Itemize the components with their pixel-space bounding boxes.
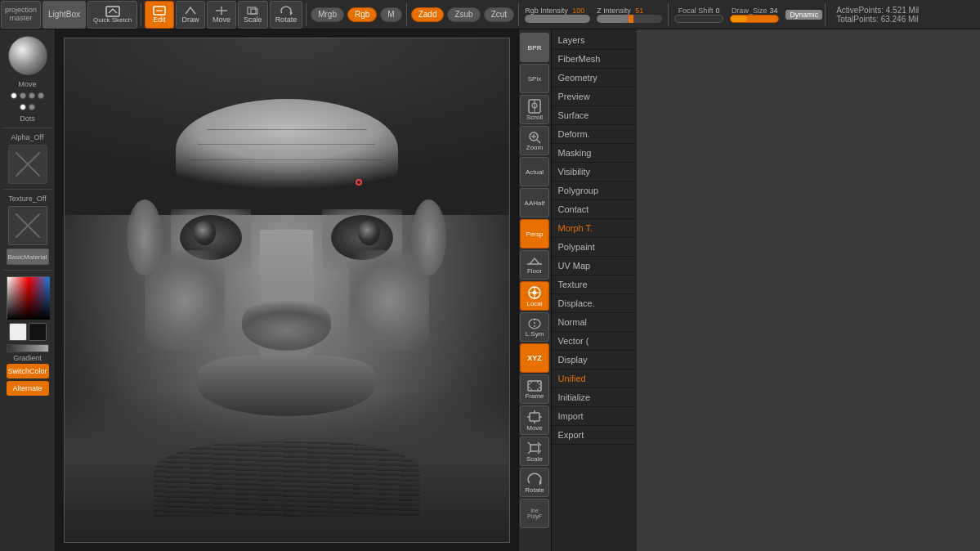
deformation-item[interactable]: Deform. [552, 125, 637, 144]
sep4 [518, 3, 519, 26]
morph-target-item[interactable]: Morph T. [552, 219, 637, 238]
divider-1 [3, 128, 52, 128]
rotate-icon [279, 6, 293, 16]
xyz-btn[interactable]: XYZ [520, 343, 549, 373]
dot-2[interactable] [20, 92, 26, 99]
polypaint-item[interactable]: Polypaint [552, 238, 637, 257]
polyf-btn[interactable]: Ine PolyF [520, 499, 549, 528]
lightbox-btn[interactable]: LightBox [43, 1, 86, 29]
zadd-btn[interactable]: Zadd [411, 7, 445, 22]
sep3 [406, 3, 407, 26]
layers-item[interactable]: Layers [552, 31, 637, 50]
focal-shift-slider[interactable] [674, 15, 723, 23]
aahalf-btn[interactable]: AAHalf [520, 188, 549, 217]
white-swatch[interactable] [9, 323, 27, 341]
lower-face [198, 356, 375, 416]
masking-item[interactable]: Masking [552, 144, 637, 163]
lsym-btn[interactable]: L.Sym [520, 312, 549, 342]
svg-rect-0 [106, 7, 119, 16]
alpha-box[interactable] [8, 145, 47, 184]
dot-5[interactable] [20, 104, 26, 110]
dots-label: Dots [20, 114, 35, 123]
import-item[interactable]: Import [552, 407, 637, 426]
m-btn[interactable]: M [380, 7, 401, 22]
projection-master-btn[interactable]: projection master [1, 1, 41, 29]
visibility-item[interactable]: Visibility [552, 163, 637, 181]
dot-4[interactable] [38, 92, 44, 99]
vector-item[interactable]: Vector ( [552, 332, 637, 351]
texture-box[interactable] [8, 206, 47, 245]
z-intensity-slider[interactable] [597, 15, 662, 23]
zoom-btn[interactable]: Zoom [520, 126, 549, 155]
move-label: Move [18, 80, 36, 88]
switch-color-btn[interactable]: SwitchColor [7, 364, 49, 379]
initialize-item[interactable]: Initialize [552, 388, 637, 407]
fibermesh-item[interactable]: FiberMesh [552, 50, 637, 69]
material-sphere-preview[interactable] [8, 36, 47, 75]
dot-6[interactable] [29, 104, 35, 110]
display-item[interactable]: Display [552, 351, 637, 370]
alternate-btn[interactable]: Alternate [7, 381, 49, 396]
floor-btn[interactable]: Floor [520, 250, 549, 280]
rgb-btn[interactable]: Rgb [347, 7, 377, 22]
material-label[interactable]: BasicMaterial [7, 249, 49, 265]
rotate-btn[interactable]: Rotate [270, 1, 303, 29]
rgb-intensity-slider[interactable] [525, 15, 590, 23]
wrinkle-3 [189, 159, 384, 160]
sep5 [668, 3, 669, 26]
sep6 [825, 3, 826, 26]
svg-line-14 [537, 140, 540, 143]
scroll-icon [526, 99, 543, 114]
right-content: BPR SPix Scroll Zoom Actual AAHa [518, 29, 981, 551]
canvas-area[interactable] [56, 29, 518, 551]
move-btn[interactable]: Move [207, 1, 236, 29]
gradient-bar[interactable] [7, 344, 49, 352]
mrgb-btn[interactable]: Mrgb [311, 7, 344, 22]
rgb-intensity-group: Rgb Intensity 100 [525, 7, 590, 23]
local-btn[interactable]: Local [520, 281, 549, 311]
persp-btn[interactable]: Persp [520, 219, 549, 249]
geometry-item[interactable]: Geometry [552, 69, 637, 87]
move-tool-btn[interactable]: Move [520, 405, 549, 435]
frame-btn[interactable]: Frame [520, 374, 549, 404]
draw-btn[interactable]: Draw [176, 1, 205, 29]
uv-map-item[interactable]: UV Map [552, 257, 637, 276]
dot-3[interactable] [29, 92, 35, 99]
main-layout: Move Dots Alpha_Off Texture_Off BasicMat… [0, 29, 980, 551]
zcut-btn[interactable]: Zcut [484, 7, 514, 22]
contact-item[interactable]: Contact [552, 200, 637, 219]
texture-item[interactable]: Texture [552, 276, 637, 294]
bpr-btn[interactable]: BPR [520, 33, 549, 62]
scroll-btn[interactable]: Scroll [520, 95, 549, 124]
preview-item[interactable]: Preview [552, 87, 637, 106]
sculpt-canvas[interactable] [65, 38, 509, 542]
zoom-icon [528, 131, 541, 144]
rotate-tool-btn[interactable]: Rotate [520, 468, 549, 497]
normal-item[interactable]: Normal [552, 313, 637, 332]
wrinkle-1 [207, 129, 367, 130]
export-item[interactable]: Export [552, 426, 637, 445]
color-gradient-area[interactable] [7, 277, 50, 320]
scale-btn[interactable]: Scale [238, 1, 268, 29]
svg-rect-22 [528, 381, 541, 391]
scale-icon [245, 6, 260, 16]
zsub-btn[interactable]: Zsub [447, 7, 480, 22]
draw-icon [183, 6, 198, 16]
unified-item[interactable]: Unified [552, 370, 637, 388]
actual-btn[interactable]: Actual [520, 157, 549, 186]
dot-1[interactable] [11, 92, 17, 99]
lsym-icon [526, 317, 543, 330]
color-picker[interactable] [7, 276, 49, 319]
spix-btn[interactable]: SPix [520, 64, 549, 93]
displacement-item[interactable]: Displace. [552, 294, 637, 313]
black-swatch[interactable] [29, 323, 47, 341]
edit-btn[interactable]: Edit [145, 1, 174, 29]
quick-sketch-btn[interactable]: Quick Sketch [87, 1, 137, 29]
scale-tool-btn[interactable]: Scale [520, 437, 549, 466]
gradient-label: Gradient [13, 354, 42, 362]
polygroups-item[interactable]: Polygroup [552, 181, 637, 200]
surface-item[interactable]: Surface [552, 106, 637, 125]
draw-size-slider[interactable] [730, 15, 779, 23]
left-pupil [194, 220, 216, 245]
svg-rect-23 [530, 413, 539, 421]
